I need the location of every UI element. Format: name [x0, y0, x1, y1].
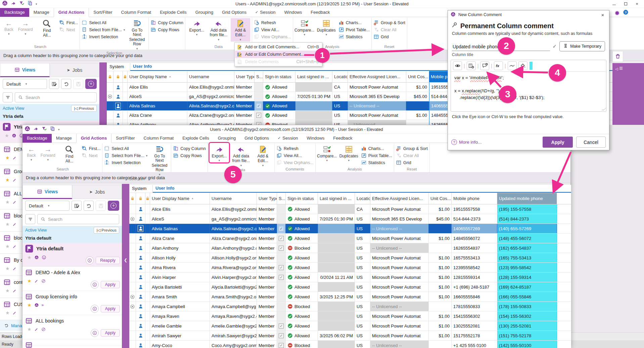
ribbon-statistics-button[interactable]: Statistics: [361, 159, 392, 166]
qat-dropdown-icon[interactable]: ▾: [36, 2, 37, 6]
star-icon[interactable]: ★: [27, 255, 32, 260]
qat-dropdown-icon[interactable]: ▾: [58, 128, 60, 131]
search-input[interactable]: Search: [37, 214, 119, 224]
ribbon-refresh-button[interactable]: Refresh: [254, 19, 291, 26]
share-button[interactable]: [33, 126, 39, 133]
table-row[interactable]: Alivia SalinasAlivia.Salinas@sygx2.orMem…: [129, 224, 571, 234]
ribbon-copy-rows-button[interactable]: Copy Rows: [150, 27, 183, 33]
star-icon[interactable]: ★: [5, 244, 10, 249]
table-row[interactable]: Amirah SawyerAmirah.Sawyer@sygx2.Member✓…: [129, 331, 571, 341]
formula-button[interactable]: fx: [494, 61, 503, 70]
reapply-button[interactable]: Reapply: [96, 257, 120, 264]
apply-button[interactable]: Apply: [101, 281, 120, 288]
ribbon-refresh-button[interactable]: Refresh: [276, 145, 314, 152]
fill-color-button[interactable]: [518, 61, 527, 70]
show-computed-value-button[interactable]: [453, 61, 462, 70]
ribbon-compare-button[interactable]: Compare...▾: [317, 144, 337, 163]
ribbon-group-sort-button[interactable]: Group & Sort: [373, 19, 405, 26]
column-header-mob[interactable]: Mobile phone: [452, 193, 497, 204]
ribbon-copy-column-button[interactable]: Copy Column: [173, 145, 206, 152]
ribbon-export-button[interactable]: Export...▾: [187, 18, 206, 37]
ribbon-first--button[interactable]: AFirst...: [59, 19, 78, 26]
view-item-partial[interactable]: [22, 339, 122, 346]
group-system[interactable]: System: [107, 63, 130, 71]
star-icon[interactable]: ★: [5, 310, 10, 315]
table-row[interactable]: Amelie GambleAmelie.Gamble@sygx2Member✓A…: [129, 321, 571, 331]
apply-button[interactable]: Apply: [101, 305, 120, 312]
ribbon-compare-button[interactable]: Compare...▾: [295, 18, 314, 37]
ribbon-first--button[interactable]: AFirst...: [82, 145, 101, 152]
ribbon-find-all-button[interactable]: FindAll...: [60, 144, 79, 164]
ribbon-add-data-from-file-button[interactable]: Add datafrom file...▾: [231, 144, 251, 167]
tab-grid-actions[interactable]: Grid Actions: [76, 134, 112, 143]
ribbon-statistics-button[interactable]: Statistics: [338, 34, 370, 40]
group-system[interactable]: System: [129, 185, 153, 193]
ribbon-grid-button[interactable]: Grid: [396, 159, 428, 166]
helpers-button[interactable]: [508, 61, 517, 70]
undo-button[interactable]: [61, 79, 71, 89]
ribbon-duplicates-button[interactable]: Duplicates▾: [339, 144, 359, 163]
ribbon-select-from-file--button[interactable]: Select from File...▾: [104, 152, 147, 159]
ribbon-copy-column-button[interactable]: Copy Column: [150, 19, 183, 26]
column-header-user[interactable]: Username: [187, 71, 234, 82]
tab-manage[interactable]: Manage: [29, 8, 54, 17]
row-checkbox[interactable]: ✓: [256, 103, 261, 108]
table-row[interactable]: Alma RiveraAlma.Rivera@sygx2.onMember✓Al…: [129, 263, 571, 272]
star-icon[interactable]: ★: [27, 302, 32, 308]
tab-sort-filter[interactable]: Sort/Filter: [111, 134, 139, 143]
column-header-name[interactable]: User Display Name: [150, 193, 210, 204]
table-row[interactable]: Alice EllisAlice.Ellis@sygx2.onmicMember…: [129, 204, 571, 214]
column-header-s[interactable]: S...: [255, 71, 263, 82]
column-header-lic[interactable]: Effective Assigned Licen...: [348, 71, 406, 82]
tab-session[interactable]: ✓Session: [251, 8, 280, 17]
copy-button[interactable]: [27, 0, 33, 7]
row-checkbox[interactable]: ✓: [279, 265, 284, 270]
ribbon-view-all--button[interactable]: View All...: [254, 27, 291, 33]
column-header-signed[interactable]: Last signed in ...: [295, 71, 332, 82]
tab-backstage[interactable]: Backstage: [22, 134, 52, 143]
row-checkbox[interactable]: ✓: [279, 324, 284, 329]
sidebar-tab-jobs[interactable]: ➤Jobs: [72, 185, 122, 199]
table-row[interactable]: Amaya RavenAmaya.Raven@sygx2.oMemberAllo…: [129, 311, 571, 321]
ribbon-duplicates-button[interactable]: Duplicates▾: [317, 18, 336, 37]
group-user-info[interactable]: User Info: [153, 185, 571, 193]
tab-column-format[interactable]: Column Format: [117, 8, 156, 17]
table-row[interactable]: Amy-CocoCoco.Amy@sygx2.onmMember✓Blocked…: [129, 341, 571, 348]
column-header-sp[interactable]: [145, 193, 150, 204]
tab-column-format[interactable]: Column Format: [139, 134, 178, 143]
ribbon-view-all--button[interactable]: View All...: [276, 152, 314, 159]
apply-button[interactable]: Apply: [543, 137, 573, 148]
star-icon[interactable]: ★: [5, 288, 10, 293]
star-icon[interactable]: ★: [5, 221, 10, 227]
search-input[interactable]: Search: [15, 92, 97, 102]
star-icon[interactable]: ★: [5, 199, 10, 205]
sidebar-splitter[interactable]: ❮: [122, 184, 129, 348]
ribbon-add-edit-button[interactable]: Add &Edit...▾: [231, 18, 250, 42]
view-item-all-bookings[interactable]: ALL bookings★Apply: [22, 315, 122, 339]
filter-button[interactable]: [3, 92, 13, 102]
column-header-cost[interactable]: Unit Cos...: [429, 193, 452, 204]
column-header-user[interactable]: Username: [210, 193, 257, 204]
insert-comment-button[interactable]: [480, 61, 489, 70]
column-header-sp[interactable]: [123, 71, 128, 82]
tab-grid-options[interactable]: Grid Options: [240, 134, 273, 143]
maximize-button[interactable]: [620, 1, 631, 7]
tab-grid-actions[interactable]: Grid Actions: [54, 8, 89, 17]
ribbon-charts--button[interactable]: Charts...: [361, 145, 392, 152]
tab-session[interactable]: ✓Session: [273, 134, 302, 143]
tab-grouping[interactable]: Grouping: [191, 8, 218, 17]
column-header-type[interactable]: User Type: [234, 71, 255, 82]
add-view-button[interactable]: +: [85, 79, 97, 89]
sidebar-tab-views[interactable]: Views: [22, 185, 72, 199]
collapsed-right-panel[interactable]: ◁: [612, 63, 644, 125]
tab-explode-cells[interactable]: Explode Cells: [155, 8, 191, 17]
ribbon-go-to-next-selected-row-button[interactable]: Go To NextSelected Row▾: [127, 18, 147, 51]
tab-grouping[interactable]: Grouping: [214, 134, 240, 143]
ribbon-find-all-button[interactable]: FindAll...: [37, 18, 57, 38]
table-row[interactable]: Amara SmithAmara.Smith@sygx2.orMemberAll…: [129, 292, 571, 302]
add-view-button[interactable]: +: [108, 201, 119, 211]
tab-backstage[interactable]: Backstage: [0, 8, 29, 17]
ribbon-select-all-button[interactable]: Select All: [104, 145, 147, 152]
ribbon-go-to-next-selected-row-button[interactable]: Go To NextSelected Row▾: [150, 144, 169, 177]
column-header-lic[interactable]: Effective Assigned Licen...: [370, 193, 429, 204]
